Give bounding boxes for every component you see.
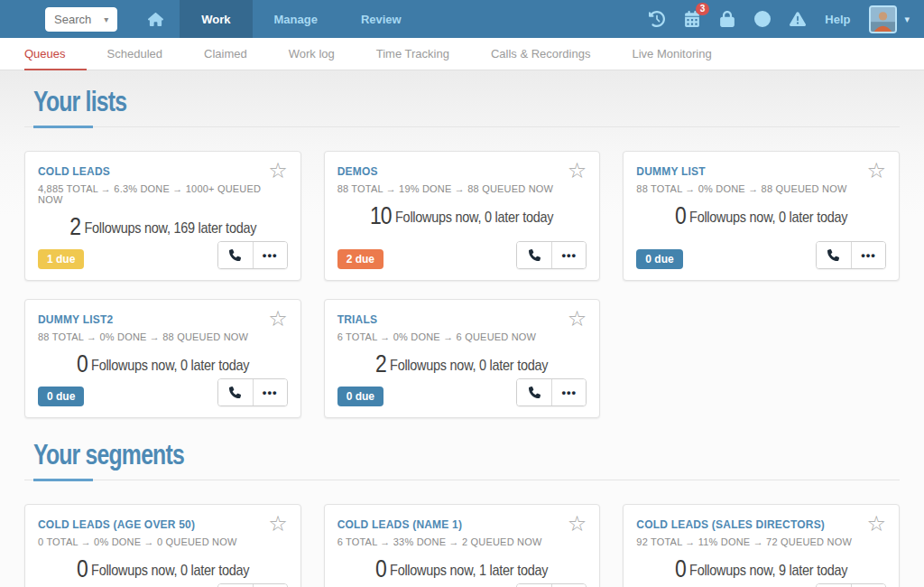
list-link[interactable]: DUMMY LIST [636, 162, 705, 178]
notification-badge: 3 [696, 3, 710, 15]
followups-line: 0Followups now, 0 later today [38, 555, 288, 583]
caret-down-icon: ▾ [904, 14, 910, 25]
call-button[interactable] [517, 379, 551, 405]
warning-icon[interactable] [790, 11, 806, 27]
followups-line: 10Followups now, 0 later today [337, 202, 587, 230]
more-button[interactable]: ••• [551, 242, 586, 268]
followups-text: Followups now, 169 later today [84, 219, 256, 237]
ellipsis-icon: ••• [263, 249, 278, 261]
section-rule [24, 126, 900, 127]
calendar-icon[interactable]: 3 [684, 11, 700, 27]
due-badge: 0 due [337, 387, 383, 406]
star-icon[interactable]: ☆ [866, 162, 886, 180]
search-label: Search [54, 13, 91, 26]
list-link[interactable]: DUMMY LIST2 [38, 310, 113, 326]
search-selector[interactable]: Search ▾ [45, 7, 117, 32]
list-stats: 88 TOTAL → 0% DONE → 88 QUEUED NOW [636, 183, 886, 194]
due-badge: 1 due [38, 249, 84, 269]
topbar-right: 3 Help ▾ [649, 5, 924, 33]
tab-scheduled[interactable]: Scheduled [87, 38, 183, 70]
followups-line: 0Followups now, 9 later today [636, 555, 886, 583]
due-badge: 0 due [636, 249, 682, 269]
phone-icon [229, 387, 241, 398]
more-button[interactable]: ••• [851, 242, 885, 268]
more-button[interactable]: ••• [551, 379, 586, 405]
segment-card: COLD LEADS (SALES DIRECTORS) ☆ 92 TOTAL … [623, 504, 900, 587]
tab-time-tracking[interactable]: Time Tracking [356, 38, 470, 70]
section-title-lists: Your lists [33, 87, 726, 117]
tabbar: Queues Scheduled Claimed Work log Time T… [0, 38, 924, 70]
main-nav: Work Manage Review [180, 0, 422, 38]
followups-line: 2Followups now, 0 later today [337, 350, 587, 378]
tab-work-log[interactable]: Work log [268, 38, 356, 70]
ellipsis-icon: ••• [562, 387, 578, 398]
tab-live-monitoring[interactable]: Live Monitoring [611, 38, 732, 70]
followups-count: 0 [77, 350, 88, 377]
main-content: Your lists COLD LEADS ☆ 4,885 TOTAL → 6.… [0, 70, 924, 587]
home-icon[interactable] [148, 12, 163, 27]
star-icon[interactable]: ☆ [568, 515, 587, 533]
followups-text: Followups now, 0 later today [91, 562, 249, 579]
avatar [869, 5, 897, 33]
phone-icon [827, 249, 839, 261]
due-badge: 2 due [337, 249, 383, 269]
lock-icon[interactable] [719, 11, 735, 27]
segments-grid: COLD LEADS (AGE OVER 50) ☆ 0 TOTAL → 0% … [24, 504, 900, 587]
ellipsis-icon: ••• [562, 249, 578, 261]
segment-card: COLD LEADS (AGE OVER 50) ☆ 0 TOTAL → 0% … [24, 504, 301, 587]
segment-stats: 6 TOTAL → 33% DONE → 2 QUEUED NOW [337, 536, 587, 547]
user-menu[interactable]: ▾ [869, 5, 910, 33]
followups-text: Followups now, 0 later today [395, 209, 553, 226]
nav-item-work[interactable]: Work [180, 0, 252, 38]
list-link[interactable]: DEMOS [337, 162, 378, 178]
star-icon[interactable]: ☆ [268, 310, 288, 328]
phone-icon [529, 249, 541, 261]
followups-line: 0Followups now, 0 later today [38, 350, 288, 378]
list-card: DEMOS ☆ 88 TOTAL → 19% DONE → 88 QUEUED … [324, 151, 601, 281]
more-button[interactable]: ••• [253, 242, 287, 268]
tab-calls-recordings[interactable]: Calls & Recordings [470, 38, 612, 70]
star-icon[interactable]: ☆ [268, 162, 288, 180]
followups-count: 2 [375, 350, 386, 377]
list-card: DUMMY LIST ☆ 88 TOTAL → 0% DONE → 88 QUE… [623, 151, 900, 281]
followups-count: 0 [375, 555, 386, 582]
list-stats: 6 TOTAL → 0% DONE → 6 QUEUED NOW [337, 331, 587, 342]
segment-link[interactable]: COLD LEADS (AGE OVER 50) [38, 515, 195, 531]
list-link[interactable]: COLD LEADS [38, 162, 110, 178]
list-link[interactable]: TRIALS [337, 310, 378, 326]
segment-link[interactable]: COLD LEADS (NAME 1) [337, 515, 462, 531]
call-button[interactable] [817, 242, 851, 268]
clock-icon[interactable] [754, 11, 771, 27]
tab-claimed[interactable]: Claimed [183, 38, 268, 70]
ellipsis-icon: ••• [263, 387, 278, 398]
tab-queues[interactable]: Queues [24, 38, 87, 70]
star-icon[interactable]: ☆ [268, 515, 288, 533]
segment-card: COLD LEADS (NAME 1) ☆ 6 TOTAL → 33% DONE… [324, 504, 601, 587]
followups-text: Followups now, 0 later today [91, 357, 249, 374]
call-button[interactable] [218, 379, 253, 405]
nav-item-review[interactable]: Review [339, 0, 423, 38]
followups-line: 0Followups now, 0 later today [636, 202, 886, 230]
lists-grid: COLD LEADS ☆ 4,885 TOTAL → 6.3% DONE → 1… [24, 151, 900, 418]
due-badge: 0 due [38, 387, 84, 406]
followups-text: Followups now, 1 later today [390, 562, 548, 579]
section-title-segments: Your segments [33, 440, 726, 471]
list-stats: 88 TOTAL → 19% DONE → 88 QUEUED NOW [337, 183, 587, 194]
list-stats: 4,885 TOTAL → 6.3% DONE → 1000+ QUEUED N… [38, 183, 288, 205]
star-icon[interactable]: ☆ [568, 162, 587, 180]
more-button[interactable]: ••• [253, 379, 287, 405]
star-icon[interactable]: ☆ [568, 310, 587, 328]
call-button[interactable] [218, 242, 253, 268]
list-card: DUMMY LIST2 ☆ 88 TOTAL → 0% DONE → 88 QU… [24, 299, 301, 418]
segment-link[interactable]: COLD LEADS (SALES DIRECTORS) [636, 515, 825, 531]
call-button[interactable] [517, 242, 551, 268]
followups-text: Followups now, 0 later today [390, 357, 548, 374]
help-link[interactable]: Help [825, 13, 850, 26]
followups-count: 0 [675, 202, 686, 229]
ellipsis-icon: ••• [861, 249, 876, 261]
history-icon[interactable] [649, 11, 665, 27]
nav-item-manage[interactable]: Manage [253, 0, 339, 38]
followups-count: 0 [675, 555, 686, 582]
star-icon[interactable]: ☆ [866, 515, 886, 533]
section-rule [24, 480, 900, 480]
